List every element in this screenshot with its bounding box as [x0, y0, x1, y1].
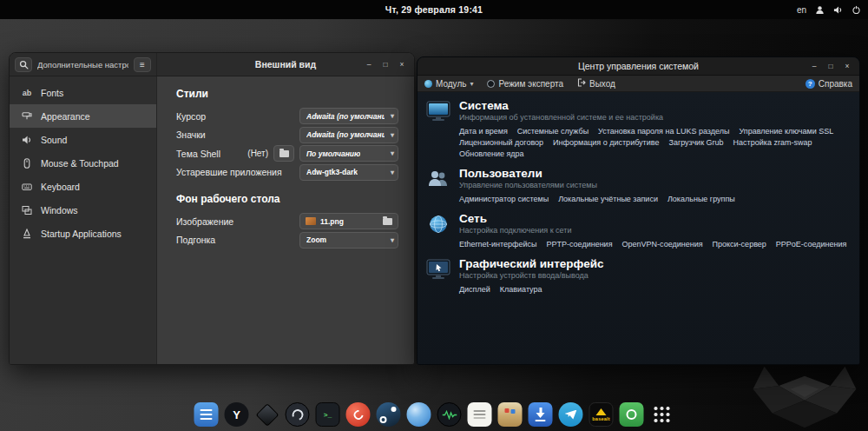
dock-icon-blue-arrow-app[interactable] — [529, 402, 553, 427]
dock-icon-waveform-app[interactable] — [437, 402, 462, 427]
module-link[interactable]: PPTP-соединения — [546, 240, 612, 249]
drawer-icon — [201, 409, 213, 411]
piston-dot-icon — [391, 407, 397, 412]
section-network: Сеть Настройка подключения к сети Ethern… — [424, 209, 852, 255]
icon-theme-value: Adwaita (по умолчанию) — [306, 130, 385, 139]
volume-icon[interactable] — [833, 5, 843, 15]
dock-icon-telegram[interactable] — [559, 402, 583, 427]
section-links: Администратор системы Локальные учётные … — [459, 195, 852, 203]
module-link[interactable]: Обновление ядра — [459, 149, 524, 158]
module-link[interactable]: Ethernet-интерфейсы — [459, 240, 536, 249]
module-link[interactable]: Прокси-сервер — [713, 240, 766, 249]
background-heading: Фон рабочего стола — [176, 193, 398, 205]
sidebar-item-startup-applications[interactable]: Startup Applications — [10, 222, 156, 245]
legacy-apps-dropdown[interactable]: Adw-gtk3-dark ▾ — [299, 164, 398, 181]
close-button[interactable]: × — [840, 60, 854, 72]
shell-theme-label: Тема Shell — [176, 149, 247, 159]
startup-icon — [21, 229, 33, 239]
maximize-button[interactable]: □ — [378, 58, 392, 70]
dock-icon-obs[interactable] — [286, 402, 310, 427]
paper-plane-icon — [565, 410, 577, 420]
hamburger-menu-button[interactable]: ≡ — [134, 57, 151, 72]
dock-icon-app-grid[interactable] — [650, 402, 674, 427]
dock: Y >_ basealt — [194, 402, 674, 427]
module-link[interactable]: Клавиатура — [500, 285, 542, 294]
module-link[interactable]: Системные службы — [517, 127, 589, 136]
shell-theme-file-button[interactable] — [273, 145, 294, 162]
dock-icon-text-editor[interactable] — [468, 402, 492, 427]
menu-expert-mode[interactable]: Режим эксперта — [487, 79, 563, 89]
sidebar-item-label: Sound — [41, 135, 67, 145]
section-description: Информация об установленной системе и ее… — [459, 113, 852, 122]
dock-icon-file-manager[interactable] — [194, 402, 219, 427]
module-link[interactable]: Локальные группы — [667, 195, 735, 203]
icon-theme-dropdown[interactable]: Adwaita (по умолчанию) ▾ — [299, 127, 398, 143]
shell-theme-none-label: (Нет) — [247, 149, 268, 158]
dock-icon-basealt[interactable]: basealt — [589, 402, 614, 427]
legacy-apps-label: Устаревшие приложения — [176, 167, 299, 177]
help-icon: ? — [806, 79, 815, 89]
clock[interactable]: Чт, 29 февраля 19:41 — [385, 0, 483, 19]
minimize-button[interactable]: – — [807, 60, 821, 72]
user-icon[interactable] — [815, 5, 825, 15]
dock-icon-browser[interactable] — [407, 402, 431, 427]
shell-theme-dropdown[interactable]: По умолчанию ▾ — [299, 145, 398, 162]
cursor-theme-dropdown[interactable]: Adwaita (по умолчанию) ▾ — [299, 108, 398, 124]
section-users: Пользователи Управление пользователями с… — [424, 164, 852, 209]
ring-icon — [290, 407, 305, 421]
module-link[interactable]: OpenVPN-соединения — [622, 240, 703, 249]
background-image-button[interactable]: 11.png — [299, 213, 398, 229]
section-links: Ethernet-интерфейсы PPTP-соединения Open… — [459, 240, 852, 249]
minimize-button[interactable]: – — [362, 58, 376, 70]
background-fit-label: Подгонка — [176, 235, 299, 245]
legacy-apps-value: Adw-gtk3-dark — [306, 168, 358, 176]
chevron-down-icon: ▾ — [391, 112, 394, 120]
sidebar-item-mouse-touchpad[interactable]: Mouse & Touchpad — [10, 151, 156, 175]
module-link[interactable]: Дата и время — [459, 127, 508, 136]
module-link[interactable]: Установка пароля на LUKS разделы — [598, 127, 729, 136]
menu-help[interactable]: ? Справка — [806, 79, 852, 89]
module-link[interactable]: Лицензионный договор — [459, 138, 543, 147]
appearance-icon — [21, 111, 33, 122]
menu-exit[interactable]: Выход — [577, 78, 615, 89]
background-fit-dropdown[interactable]: Zoom ▾ — [299, 232, 398, 249]
dock-icon-steam[interactable] — [377, 402, 401, 427]
desktop: Чт, 29 февраля 19:41 en Дополнительные н… — [0, 0, 868, 431]
shell-theme-row: Тема Shell (Нет) По умолчанию ▾ — [176, 144, 398, 163]
module-link[interactable]: PPPoE-соединения — [776, 240, 847, 249]
keyboard-layout-indicator[interactable]: en — [797, 5, 806, 15]
module-link[interactable]: Настройка zram-swap — [733, 138, 812, 147]
menu-module[interactable]: Модуль ▾ — [424, 79, 473, 89]
module-link[interactable]: Загрузчик Grub — [668, 138, 723, 147]
dock-icon-terminal[interactable]: >_ — [316, 402, 340, 427]
section-title: Сеть — [459, 212, 852, 225]
system-status-area[interactable]: en — [797, 0, 861, 19]
tweaks-headerbar: Дополнительные настройки ≡ Внешний вид –… — [10, 53, 414, 76]
search-button[interactable] — [15, 57, 32, 72]
wallpaper-wolf-logo — [748, 363, 861, 429]
module-link[interactable]: Управление ключами SSL — [739, 127, 833, 136]
sidebar-item-appearance[interactable]: Appearance — [10, 104, 156, 128]
legacy-apps-row: Устаревшие приложения Adw-gtk3-dark ▾ — [176, 163, 398, 182]
sidebar-item-sound[interactable]: Sound — [10, 128, 156, 151]
maximize-button[interactable]: □ — [824, 60, 838, 72]
sidebar-item-fonts[interactable]: ab Fonts — [10, 81, 156, 104]
dock-icon-y-app[interactable]: Y — [225, 402, 249, 427]
sidebar-item-windows[interactable]: Windows — [10, 198, 156, 222]
expert-mode-radio[interactable] — [487, 80, 495, 88]
system-icon — [424, 99, 452, 162]
module-link[interactable]: Локальные учётные записи — [558, 195, 658, 203]
module-link[interactable]: Информация о дистрибутиве — [553, 138, 659, 147]
dock-icon-inkscape[interactable] — [255, 402, 279, 427]
sidebar-item-keyboard[interactable]: Keyboard — [10, 175, 156, 198]
chevron-down-icon: ▾ — [391, 131, 394, 139]
control-center-titlebar: Центр управления системой – □ × — [418, 57, 859, 76]
module-link[interactable]: Администратор системы — [459, 195, 549, 203]
dock-icon-red-media-app[interactable] — [346, 402, 371, 427]
power-icon[interactable] — [852, 5, 861, 15]
close-button[interactable]: × — [395, 58, 409, 70]
dock-icon-green-app[interactable] — [620, 402, 644, 427]
module-link[interactable]: Дисплей — [459, 285, 490, 294]
dock-icon-software-center[interactable] — [498, 402, 523, 427]
users-icon — [424, 167, 452, 208]
